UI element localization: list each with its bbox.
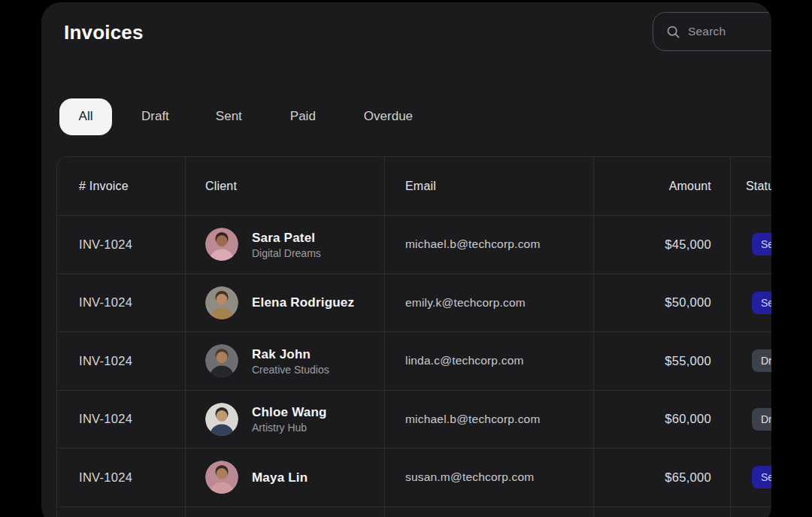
table-row[interactable]: INV-1024 Sara Patel Digital Dreams micha… — [57, 215, 771, 274]
invoices-panel: Invoices Search AllDraftSentPaidOverdue … — [41, 2, 771, 517]
client-company: Artistry Hub — [252, 422, 327, 434]
client-name: Elena Rodriguez — [252, 295, 354, 310]
client-text: Sara Patel Digital Dreams — [252, 230, 321, 259]
invoice-amount: $45,000 — [665, 237, 711, 252]
invoice-amount: $60,000 — [665, 412, 711, 426]
cell-email: linda.c@techcorp.com — [384, 332, 593, 390]
client-name: Maya Lin — [252, 470, 308, 485]
avatar — [205, 403, 238, 436]
cell-invoice: INV-1024 — [57, 274, 185, 332]
invoice-number: INV-1024 — [79, 412, 132, 426]
column-header-email: Email — [384, 157, 593, 215]
search-placeholder: Search — [688, 25, 726, 38]
cell-email: michael.b@techcorp.com — [384, 216, 593, 274]
client-name: Rak John — [252, 346, 329, 362]
cell-invoice: INV-1024 — [57, 216, 185, 274]
cell-status — [730, 507, 771, 517]
tab-paid[interactable]: Paid — [290, 109, 316, 124]
column-header-amount: Amount — [593, 157, 730, 215]
avatar — [205, 286, 238, 319]
invoice-number: INV-1024 — [79, 354, 132, 368]
tab-label: Sent — [216, 109, 242, 123]
column-header-label: Amount — [669, 180, 711, 193]
table-header-row: # InvoiceClientEmailAmountStatus — [57, 157, 771, 215]
cell-amount: $45,000 — [593, 216, 730, 274]
avatar — [205, 344, 238, 377]
tab-draft[interactable]: Draft — [141, 109, 169, 124]
column-header-label: # Invoice — [79, 180, 129, 193]
cell-client: Chloe Wang Artistry Hub — [185, 391, 384, 449]
status-badge: Sent — [752, 292, 771, 314]
cell-client: Rak John Creative Studios — [185, 332, 384, 390]
table-body: INV-1024 Sara Patel Digital Dreams micha… — [57, 215, 771, 517]
cell-status: Draft — [730, 332, 771, 390]
table-row[interactable] — [57, 506, 771, 517]
table-row[interactable]: INV-1024 Maya Lin susan.m@techcorp.com $… — [57, 448, 771, 506]
filter-tabs: AllDraftSentPaidOverdue — [59, 98, 413, 135]
client-name: Chloe Wang — [252, 404, 327, 420]
cell-client: Maya Lin — [185, 449, 384, 506]
column-header-status: Status — [730, 157, 771, 215]
tab-label: All — [79, 109, 93, 124]
client-email: emily.k@techcorp.com — [405, 296, 526, 310]
cell-status: Draft — [730, 391, 771, 449]
search-box[interactable]: Search — [653, 12, 771, 51]
client-email: michael.b@techcorp.com — [405, 413, 541, 426]
cell-status: Sent — [730, 274, 771, 332]
invoice-amount: $65,000 — [665, 470, 711, 485]
table-row[interactable]: INV-1024 Elena Rodriguez emily.k@techcor… — [57, 274, 771, 332]
cell-email: emily.k@techcorp.com — [384, 274, 593, 332]
cell-invoice — [57, 507, 185, 517]
invoice-amount: $50,000 — [665, 295, 711, 310]
client-company: Digital Dreams — [252, 247, 321, 259]
tab-label: Overdue — [364, 109, 413, 123]
cell-client: Sara Patel Digital Dreams — [185, 216, 384, 274]
column-header-invoice: # Invoice — [57, 157, 185, 215]
tab-label: Draft — [141, 109, 169, 123]
client-text: Chloe Wang Artistry Hub — [252, 404, 327, 434]
client-email: linda.c@techcorp.com — [405, 354, 524, 367]
tab-all[interactable]: All — [59, 98, 112, 135]
invoice-amount: $55,000 — [665, 354, 711, 368]
avatar — [205, 228, 238, 261]
tab-label: Paid — [290, 109, 316, 123]
client-company: Creative Studios — [252, 364, 329, 376]
column-header-label: Client — [205, 180, 237, 193]
invoice-number: INV-1024 — [79, 237, 132, 252]
client-email: michael.b@techcorp.com — [405, 237, 541, 251]
cell-client: Elena Rodriguez — [185, 274, 384, 332]
client-text: Rak John Creative Studios — [252, 346, 329, 376]
search-icon — [666, 25, 680, 39]
table-row[interactable]: INV-1024 Rak John Creative Studios linda… — [57, 331, 771, 390]
table-row[interactable]: INV-1024 Chloe Wang Artistry Hub michael… — [57, 390, 771, 449]
screen: Invoices Search AllDraftSentPaidOverdue … — [0, 0, 812, 517]
cell-amount: $65,000 — [593, 449, 730, 506]
invoice-number: INV-1024 — [79, 295, 132, 310]
tab-sent[interactable]: Sent — [216, 109, 242, 124]
client-text: Maya Lin — [252, 470, 308, 485]
tab-overdue[interactable]: Overdue — [364, 109, 413, 124]
page-title: Invoices — [64, 21, 144, 44]
cell-amount — [593, 507, 730, 517]
cell-status: Sent — [730, 449, 771, 506]
column-header-label: Status — [746, 180, 771, 193]
cell-invoice: INV-1024 — [57, 449, 185, 506]
invoices-table: # InvoiceClientEmailAmountStatus INV-102… — [56, 156, 771, 517]
status-badge: Draft — [752, 349, 771, 372]
cell-email: michael.b@techcorp.com — [384, 391, 593, 449]
cell-email — [384, 507, 593, 517]
cell-invoice: INV-1024 — [57, 332, 185, 390]
status-badge: Sent — [752, 466, 771, 488]
column-header-client: Client — [185, 157, 384, 215]
cell-status: Sent — [730, 216, 771, 274]
client-email: susan.m@techcorp.com — [405, 470, 534, 484]
cell-amount: $50,000 — [593, 274, 730, 332]
status-badge: Draft — [752, 408, 771, 431]
status-badge: Sent — [752, 233, 771, 255]
cell-amount: $55,000 — [593, 332, 730, 390]
cell-invoice: INV-1024 — [57, 391, 185, 449]
avatar — [205, 461, 238, 494]
client-text: Elena Rodriguez — [252, 295, 354, 310]
column-header-label: Email — [405, 180, 436, 193]
client-name: Sara Patel — [252, 230, 321, 246]
